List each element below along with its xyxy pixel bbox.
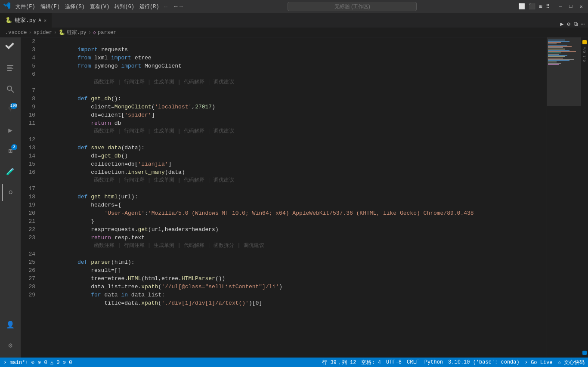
blue-indicator xyxy=(582,351,587,355)
breadcrumb-symbol[interactable]: parser xyxy=(98,30,116,36)
tab-lianjia[interactable]: 🐍 链家.py A ✕ xyxy=(0,13,52,28)
line-ending[interactable]: CRLF xyxy=(407,359,419,365)
code-line-6 xyxy=(44,70,547,78)
statusbar-right: 行 39，列 12 空格: 4 UTF-8 CRLF Python 3.10.1… xyxy=(322,359,585,366)
layout-toggle-icon[interactable]: ⬜ xyxy=(518,3,525,10)
tab-modified-icon: A xyxy=(38,18,41,23)
line-num-12: 12 xyxy=(24,136,39,144)
nav-buttons: ← → xyxy=(174,3,183,10)
run-button[interactable]: ▶ xyxy=(560,21,564,28)
line-num-9: 9 xyxy=(24,103,39,111)
minimize-button[interactable]: ─ xyxy=(557,3,564,10)
hint-line-1[interactable]: 函数注释 | 行间注释 | 生成单测 | 代码解释 | 调优建议 xyxy=(44,78,547,86)
search-input[interactable] xyxy=(288,2,417,11)
svg-rect-1 xyxy=(7,67,12,68)
activity-icon-extensions[interactable]: ⊞ 3 xyxy=(2,142,19,160)
remote-status[interactable]: ⚡ main*+ ⊙ xyxy=(3,359,34,366)
line-num-6: 6 xyxy=(24,70,39,78)
line-num-hint1: · xyxy=(24,78,39,86)
language-mode[interactable]: Python xyxy=(424,359,443,365)
editor-container: 🐍 链家.py A ✕ ▶ ⚙ ⧉ ⋯ .vscode › spider › 🐍… xyxy=(0,13,588,367)
line-num-24: 24 xyxy=(24,250,39,258)
line-num-10: 10 xyxy=(24,111,39,119)
source-control-badge: 199 xyxy=(10,103,17,109)
tabbar: 🐍 链家.py A ✕ ▶ ⚙ ⧉ ⋯ xyxy=(0,13,588,28)
line-num-8: 8 xyxy=(24,95,39,103)
code-content[interactable]: import requests from lxml import etree f… xyxy=(42,37,547,358)
editor-actions: ▶ ⚙ ⧉ ⋯ xyxy=(557,21,588,28)
activity-icon-remote[interactable]: ○ xyxy=(2,184,19,201)
errors-status[interactable]: ⊗ 0 △ 0 ⊘ 0 xyxy=(38,359,72,366)
line-num-23: 23 xyxy=(24,234,39,242)
go-live-button[interactable]: ⚡ Go Live xyxy=(525,359,553,366)
hint-line-3[interactable]: 函数注释 | 行间注释 | 生成单测 | 代码解释 | 调优建议 xyxy=(44,176,547,185)
line-num-19: 19 xyxy=(24,201,39,209)
search-bar[interactable] xyxy=(189,2,515,11)
tab-close-icon[interactable]: ✕ xyxy=(43,18,46,23)
panel-toggle-icon[interactable]: ⬛ xyxy=(529,3,535,10)
activity-icon-vscode[interactable] xyxy=(2,39,19,56)
activity-icon-run[interactable]: ▶ xyxy=(2,122,19,139)
line-num-11: 11 xyxy=(24,119,39,127)
forward-button[interactable]: → xyxy=(179,3,183,10)
split-editor-icon[interactable]: ⧉ xyxy=(574,21,578,28)
code-line-2: import requests xyxy=(44,37,547,46)
line-num-4: 4 xyxy=(24,54,39,62)
line-num-28: 28 xyxy=(24,283,39,291)
svg-line-5 xyxy=(11,90,14,93)
minimap xyxy=(547,37,581,358)
line-num-29: 29 xyxy=(24,291,39,299)
statusbar: ⚡ main*+ ⊙ ⊗ 0 △ 0 ⊘ 0 行 39，列 12 空格: 4 U… xyxy=(0,358,588,367)
line-num-27: 27 xyxy=(24,274,39,283)
code-line-24: def parser(html): xyxy=(44,250,547,258)
menu-view[interactable]: 查看(V) xyxy=(90,3,110,10)
indentation[interactable]: 空格: 4 xyxy=(361,359,381,366)
line-num-hint2: · xyxy=(24,127,39,136)
wenxin-button[interactable]: ✍ 文心快码 xyxy=(558,359,585,366)
menu-more[interactable]: … xyxy=(164,3,167,10)
activity-icon-settings[interactable]: ⚙ xyxy=(2,337,19,354)
yellow-indicator xyxy=(582,40,587,44)
menu-edit[interactable]: 编辑(E) xyxy=(40,3,60,10)
activity-icon-source-control[interactable]: ⑂ 199 xyxy=(2,101,19,118)
line-num-21: 21 xyxy=(24,217,39,225)
line-num-hint3: · xyxy=(24,176,39,185)
python-interpreter[interactable]: 3.10.10 ('base': conda) xyxy=(448,359,520,365)
debug-icon[interactable]: ⚙ xyxy=(567,21,570,28)
breadcrumb-file[interactable]: 链家.py xyxy=(67,29,87,36)
maximize-button[interactable]: □ xyxy=(567,3,574,10)
code-line-21: resp=requests.get(url,headers=headers) xyxy=(44,217,547,225)
line-num-5: 5 xyxy=(24,62,39,70)
code-line-12: def save_data(data): xyxy=(44,136,547,144)
code-editor[interactable]: 2 3 4 5 6 · 7 8 9 10 11 · 12 13 14 15 16… xyxy=(21,37,547,358)
titlebar: 文件(F) 编辑(E) 选择(S) 查看(V) 转到(G) 运行(R) … ← … xyxy=(0,0,588,13)
hint-line-4[interactable]: 函数注释 | 行间注释 | 生成单测 | 代码解释 | 函数拆分 | 调优建议 xyxy=(44,242,547,250)
more-actions-icon[interactable]: ⋯ xyxy=(581,21,585,28)
close-button[interactable]: ✕ xyxy=(578,3,585,10)
breadcrumb-sep3: › xyxy=(88,30,91,36)
menu-select[interactable]: 选择(S) xyxy=(65,3,85,10)
code-line-17: def get_html(url): xyxy=(44,185,547,193)
activity-icon-account[interactable]: 👤 xyxy=(2,316,19,333)
menu-file[interactable]: 文件(F) xyxy=(15,3,35,10)
menu-goto[interactable]: 转到(G) xyxy=(115,3,134,10)
breadcrumb-symbol-icon: ◇ xyxy=(93,29,96,36)
svg-point-4 xyxy=(7,86,12,90)
grid-icon[interactable]: ⊞ xyxy=(539,3,542,10)
cursor-position[interactable]: 行 39，列 12 xyxy=(322,359,356,366)
line-num-hint4: · xyxy=(24,242,39,250)
breadcrumb-spider[interactable]: spider xyxy=(34,30,52,36)
line-num-17: 17 xyxy=(24,185,39,193)
breadcrumb-vscode[interactable]: .vscode xyxy=(5,30,27,36)
back-button[interactable]: ← xyxy=(174,3,178,10)
hint-line-2[interactable]: 函数注释 | 行间注释 | 生成单测 | 代码解释 | 调优建议 xyxy=(44,127,547,136)
menu-run[interactable]: 运行(R) xyxy=(139,3,159,10)
speed-text: K/s xyxy=(583,47,586,53)
activity-icon-testing[interactable]: 🧪 xyxy=(2,163,19,180)
activity-icon-explorer[interactable] xyxy=(2,60,19,77)
activity-icon-search[interactable] xyxy=(2,80,19,98)
more-icon[interactable]: ⠿ xyxy=(546,3,550,10)
line-num-20: 20 xyxy=(24,209,39,217)
encoding[interactable]: UTF-8 xyxy=(386,359,402,365)
breadcrumb-python-icon: 🐍 xyxy=(59,29,65,36)
